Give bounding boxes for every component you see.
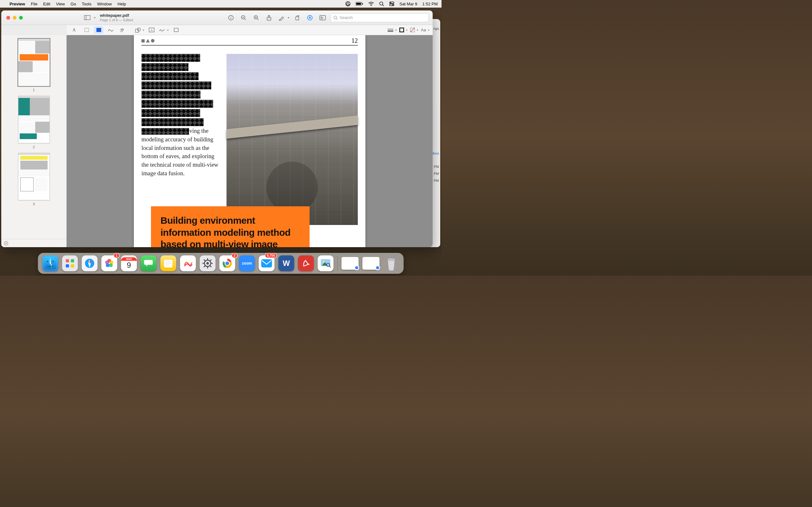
svg-line-75 [210, 266, 212, 267]
dock-messages[interactable] [141, 256, 157, 271]
svg-line-32 [337, 19, 338, 20]
thumbnail-page-3[interactable]: 3 [1, 153, 66, 206]
textbox-tool[interactable]: A [147, 26, 156, 34]
svg-rect-55 [71, 264, 74, 268]
hero-image [226, 54, 358, 225]
svg-line-74 [204, 260, 205, 261]
dock-notes[interactable] [160, 256, 176, 271]
dock-mail[interactable]: 6,756 [259, 256, 275, 271]
svg-line-45 [410, 28, 415, 32]
sidebar-toggle-button[interactable] [83, 13, 92, 22]
dock-word[interactable]: W [278, 256, 294, 271]
menu-tools[interactable]: Tools [82, 2, 91, 6]
dock-minimized-window-2[interactable] [362, 257, 380, 270]
shapes-menu[interactable]: ▾ [135, 27, 144, 33]
document-viewport[interactable]: 12 ving the [67, 35, 433, 247]
dock-preview[interactable] [318, 256, 334, 271]
svg-rect-33 [85, 28, 89, 32]
app-name[interactable]: Preview [9, 2, 25, 6]
control-center-icon[interactable] [389, 2, 394, 6]
minimize-button[interactable] [13, 16, 16, 20]
menu-edit[interactable]: Edit [43, 2, 50, 6]
stroke-color-menu[interactable]: ▾ [399, 27, 408, 32]
dock-photos[interactable]: 1 [101, 256, 117, 271]
menu-window[interactable]: Window [97, 2, 112, 6]
battery-icon[interactable] [356, 2, 363, 6]
form-fill-button[interactable] [318, 13, 327, 22]
note-tool[interactable] [171, 26, 181, 34]
svg-rect-52 [66, 259, 69, 262]
inspector-button[interactable] [226, 13, 236, 22]
text-select-tool[interactable]: A [70, 26, 79, 34]
dock-finder[interactable] [43, 256, 58, 271]
dock-calendar[interactable]: MAR 9 [121, 256, 137, 271]
markup-button[interactable] [305, 13, 315, 22]
dock-settings[interactable] [200, 256, 216, 271]
thumbnail-label: 2 [33, 145, 35, 149]
redacted-block [142, 54, 221, 126]
svg-point-78 [206, 262, 209, 265]
dock-chrome[interactable]: 2 [219, 256, 235, 271]
menubar-date[interactable]: Sat Mar 9 [399, 2, 417, 6]
bg-tab-fragment: ngs [433, 26, 439, 31]
highlight-button[interactable] [277, 13, 287, 22]
svg-line-18 [245, 19, 246, 20]
dock-divider [338, 256, 338, 271]
rect-select-tool[interactable] [82, 26, 91, 34]
fullscreen-button[interactable] [19, 16, 23, 20]
add-page-button[interactable] [4, 241, 8, 245]
menu-go[interactable]: Go [70, 2, 76, 6]
badge: 6,756 [265, 253, 276, 258]
calendar-month: MAR [121, 257, 137, 261]
preview-window: ▾ whitepaper.pdf Page 1 of 8 — Edited ▾ … [1, 10, 433, 247]
sign-menu[interactable]: ▾ [159, 28, 169, 32]
thumbnail-label: 3 [33, 202, 35, 206]
redact-tool[interactable] [94, 26, 103, 34]
wifi-icon[interactable] [368, 2, 374, 6]
fill-color-menu[interactable]: ▾ [410, 27, 418, 32]
dock-acrobat[interactable] [298, 256, 314, 271]
search-input[interactable]: Search [331, 13, 429, 22]
svg-text:A: A [151, 29, 153, 32]
search-placeholder: Search [340, 15, 353, 20]
chevron-down-icon[interactable]: ▾ [288, 16, 289, 19]
dock-launchpad[interactable] [62, 256, 78, 271]
svg-point-64 [105, 261, 109, 264]
close-button[interactable] [6, 16, 10, 20]
calendar-day: 9 [127, 261, 131, 270]
svg-point-10 [392, 4, 393, 5]
svg-rect-3 [362, 3, 363, 4]
menu-view[interactable]: View [56, 2, 65, 6]
zoom-out-button[interactable] [239, 13, 248, 22]
menu-file[interactable]: File [31, 2, 38, 6]
grammarly-icon[interactable] [345, 1, 351, 6]
svg-line-88 [329, 266, 331, 268]
thumbnail-page-2[interactable]: 2 [1, 96, 66, 149]
rotate-button[interactable] [293, 13, 302, 22]
thumbnail-label: 1 [33, 88, 35, 92]
thumbnail-page-1[interactable]: 1 [1, 39, 66, 92]
dock-freeform[interactable] [180, 256, 196, 271]
svg-rect-65 [164, 260, 172, 268]
svg-line-6 [383, 5, 384, 6]
article-heading: Building environment information modelin… [151, 206, 310, 247]
svg-point-36 [137, 28, 141, 31]
dock-trash[interactable] [384, 256, 399, 271]
draw-tool[interactable] [118, 26, 128, 34]
svg-rect-82 [261, 259, 272, 268]
pdf-page: 12 ving the [134, 35, 365, 247]
dock-safari[interactable] [82, 256, 98, 271]
zoom-in-button[interactable] [252, 13, 261, 22]
font-style-menu[interactable]: Aa▾ [421, 27, 429, 32]
dock-minimized-window-1[interactable] [342, 257, 359, 270]
svg-point-84 [323, 261, 325, 263]
line-style-menu[interactable]: ▾ [388, 28, 397, 32]
document-subtitle: Page 1 of 8 — Edited [100, 18, 133, 22]
dock-zoom[interactable]: zoom [239, 256, 255, 271]
menubar-time[interactable]: 1:52 PM [422, 2, 438, 6]
share-button[interactable] [264, 13, 274, 22]
sketch-tool[interactable] [106, 26, 115, 34]
spotlight-icon[interactable] [379, 1, 384, 6]
chevron-down-icon[interactable]: ▾ [94, 16, 96, 19]
menu-help[interactable]: Help [117, 2, 126, 6]
